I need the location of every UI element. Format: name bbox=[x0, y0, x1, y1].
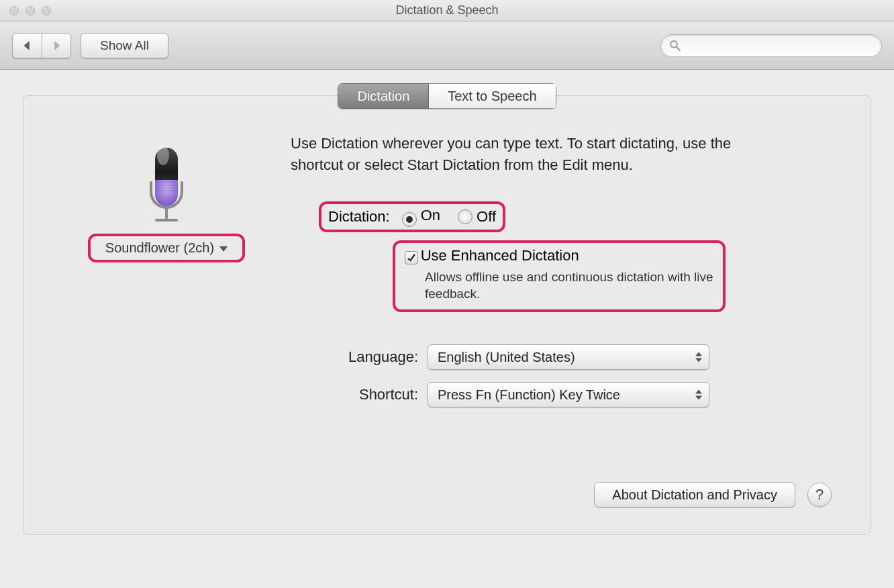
about-button-label: About Dictation and Privacy bbox=[612, 487, 777, 503]
updown-arrows-icon bbox=[695, 390, 702, 400]
tab-bar: Dictation Text to Speech bbox=[0, 83, 894, 109]
language-value: English (United States) bbox=[438, 350, 575, 365]
chevron-left-icon bbox=[23, 41, 32, 50]
svg-marker-1 bbox=[54, 41, 60, 50]
tab-text-to-speech[interactable]: Text to Speech bbox=[429, 83, 556, 109]
svg-marker-0 bbox=[23, 41, 29, 50]
search-icon bbox=[669, 40, 681, 51]
on-label: On bbox=[421, 207, 440, 224]
dictation-off-radio[interactable]: Off bbox=[458, 208, 496, 226]
content-panel: Soundflower (2ch) Use Dictation wherever… bbox=[23, 95, 871, 535]
window-titlebar: Dictation & Speech bbox=[0, 0, 894, 21]
search-field[interactable] bbox=[660, 34, 882, 57]
intro-text: Use Dictation wherever you can type text… bbox=[291, 133, 760, 176]
chevron-right-icon bbox=[52, 41, 61, 50]
nav-back-forward bbox=[12, 33, 71, 58]
enhanced-dictation-description: Allows offline use and continuous dictat… bbox=[425, 268, 713, 303]
close-window-button[interactable] bbox=[9, 6, 19, 15]
enhanced-dictation-label: Use Enhanced Dictation bbox=[421, 247, 579, 264]
nav-forward-button[interactable] bbox=[42, 33, 71, 58]
tab-dictation[interactable]: Dictation bbox=[338, 83, 429, 109]
help-icon: ? bbox=[815, 486, 824, 503]
tab-tts-label: Text to Speech bbox=[448, 89, 536, 104]
audio-input-dropdown[interactable]: Soundflower (2ch) bbox=[96, 238, 237, 258]
enhanced-dictation-checkbox[interactable]: Use Enhanced Dictation bbox=[405, 247, 713, 264]
toolbar: Show All bbox=[0, 21, 894, 70]
off-label: Off bbox=[477, 208, 496, 225]
search-input[interactable] bbox=[686, 39, 873, 52]
audio-input-label: Soundflower (2ch) bbox=[105, 240, 214, 256]
window-traffic-lights bbox=[0, 6, 51, 15]
chevron-down-icon bbox=[219, 246, 228, 252]
about-dictation-privacy-button[interactable]: About Dictation and Privacy bbox=[594, 482, 795, 507]
dictation-on-radio[interactable]: On bbox=[402, 207, 440, 227]
show-all-button[interactable]: Show All bbox=[81, 33, 168, 58]
language-label: Language: bbox=[319, 348, 418, 366]
microphone-icon bbox=[142, 146, 191, 226]
tab-dictation-label: Dictation bbox=[357, 89, 409, 104]
audio-input-dropdown-highlight: Soundflower (2ch) bbox=[88, 234, 245, 262]
help-button[interactable]: ? bbox=[807, 483, 832, 507]
show-all-label: Show All bbox=[100, 38, 149, 53]
language-dropdown[interactable]: English (United States) bbox=[428, 344, 709, 370]
minimize-window-button[interactable] bbox=[26, 6, 35, 15]
dictation-label: Dictation: bbox=[328, 208, 390, 226]
zoom-window-button[interactable] bbox=[42, 6, 51, 15]
window-title: Dictation & Speech bbox=[0, 3, 894, 17]
enhanced-dictation-highlight: Use Enhanced Dictation Allows offline us… bbox=[393, 240, 726, 312]
shortcut-dropdown[interactable]: Press Fn (Function) Key Twice bbox=[428, 382, 709, 407]
svg-point-5 bbox=[157, 146, 169, 165]
shortcut-value: Press Fn (Function) Key Twice bbox=[438, 387, 620, 403]
updown-arrows-icon bbox=[695, 352, 702, 362]
svg-line-3 bbox=[677, 47, 680, 50]
check-icon bbox=[407, 253, 416, 262]
dictation-toggle-highlight: Dictation: On Off bbox=[319, 201, 505, 232]
nav-back-button[interactable] bbox=[12, 33, 42, 58]
shortcut-label: Shortcut: bbox=[319, 386, 418, 403]
